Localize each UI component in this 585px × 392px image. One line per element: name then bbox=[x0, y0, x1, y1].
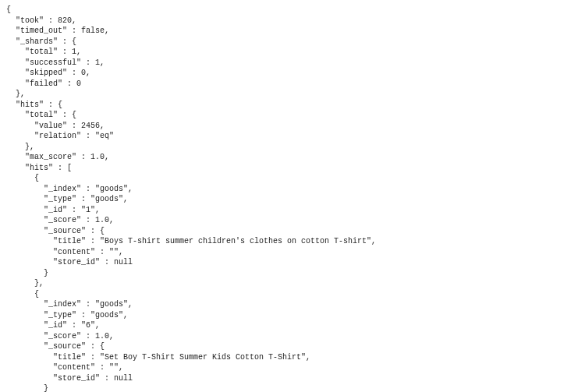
json-response-text: { "took" : 820, "timed_out" : false, "_s… bbox=[0, 0, 585, 392]
